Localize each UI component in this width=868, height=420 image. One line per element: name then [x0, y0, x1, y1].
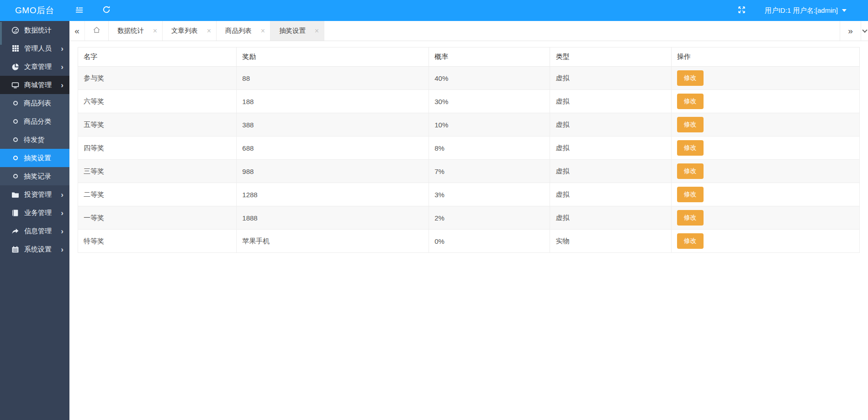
chevron-right-icon: › — [61, 63, 64, 71]
sidebar-item-label: 文章管理 — [24, 63, 52, 71]
sidebar-item-label: 系统设置 — [24, 245, 52, 254]
prize-table-wrap: 名字奖励概率类型操作 参与奖8840%虚拟修改六等奖18830%虚拟修改五等奖3… — [78, 47, 860, 253]
refresh-button[interactable] — [97, 0, 116, 21]
edit-button[interactable]: 修改 — [677, 140, 704, 156]
sidebar-item-goods-list[interactable]: 商品列表 — [0, 94, 69, 112]
grid-icon — [11, 45, 19, 52]
sidebar-item-article-mgmt[interactable]: 文章管理› — [0, 58, 69, 76]
edit-button[interactable]: 修改 — [677, 70, 704, 86]
table-cell: 四等奖 — [78, 136, 237, 160]
circle-icon — [13, 101, 18, 105]
sidebar-item-admin-users[interactable]: 管理人员› — [0, 39, 69, 58]
sidebar-item-label: 抽奖记录 — [24, 172, 51, 181]
edit-button[interactable]: 修改 — [677, 233, 704, 249]
chevron-right-icon: › — [61, 191, 64, 199]
tabbar-spacer — [324, 21, 840, 41]
sidebar-item-label: 抽奖设置 — [24, 154, 51, 163]
table-cell: 988 — [237, 160, 429, 183]
tab-lottery-settings[interactable]: 抽奖设置× — [270, 21, 324, 41]
folder-icon — [11, 191, 19, 199]
sidebar-item-label: 业务管理 — [24, 209, 52, 217]
close-icon[interactable]: × — [260, 26, 266, 36]
table-row: 参与奖8840%虚拟修改 — [78, 67, 860, 90]
home-tab-button[interactable] — [85, 21, 109, 41]
edit-button[interactable]: 修改 — [677, 117, 704, 132]
circle-icon — [13, 174, 18, 178]
table-row: 特等奖苹果手机0%实物修改 — [78, 230, 860, 253]
sidebar-item-label: 数据统计 — [24, 26, 52, 35]
close-icon[interactable]: × — [314, 26, 320, 36]
shrink-menu-icon — [75, 6, 84, 16]
home-icon — [93, 26, 101, 36]
table-cell: 参与奖 — [78, 67, 237, 90]
sidebar-item-lottery-settings[interactable]: 抽奖设置 — [0, 149, 69, 167]
table-cell: 虚拟 — [550, 90, 671, 113]
column-header: 概率 — [429, 47, 550, 67]
table-cell: 0% — [429, 230, 550, 253]
table-cell: 688 — [237, 136, 429, 160]
share-icon — [11, 227, 19, 235]
user-menu[interactable]: 用户ID:1 用户名:[admin] — [765, 6, 847, 15]
sidebar-item-system-settings[interactable]: 系统设置› — [0, 240, 69, 258]
table-cell: 10% — [429, 113, 550, 136]
chevron-right-icon: › — [61, 209, 64, 217]
table-cell: 虚拟 — [550, 160, 671, 183]
caret-down-icon — [842, 9, 847, 12]
table-cell: 388 — [237, 113, 429, 136]
sidebar-item-lottery-records[interactable]: 抽奖记录 — [0, 167, 69, 185]
tab-data-stats[interactable]: 数据统计× — [109, 21, 163, 41]
topbar: GMO后台 — [0, 0, 868, 21]
topbar-right: 用户ID:1 用户名:[admin] — [733, 0, 868, 21]
tab-goods-list[interactable]: 商品列表× — [217, 21, 270, 41]
collapse-sidebar-button[interactable] — [69, 0, 89, 21]
tab-article-list[interactable]: 文章列表× — [163, 21, 217, 41]
tab-options-button[interactable] — [861, 21, 868, 41]
table-cell: 苹果手机 — [237, 230, 429, 253]
pie-chart-icon — [11, 63, 19, 71]
user-label: 用户ID:1 用户名:[admin] — [765, 6, 838, 15]
table-row: 六等奖18830%虚拟修改 — [78, 90, 860, 113]
tab-label: 商品列表 — [225, 26, 252, 35]
table-cell: 实物 — [550, 230, 671, 253]
sidebar-item-investment-mgmt[interactable]: 投资管理› — [0, 185, 69, 204]
sidebar-item-data-stats[interactable]: 数据统计 — [0, 21, 69, 39]
edit-button[interactable]: 修改 — [677, 187, 704, 202]
table-cell-actions: 修改 — [671, 136, 859, 160]
sidebar-item-label: 投资管理 — [24, 190, 52, 199]
main-content: 名字奖励概率类型操作 参与奖8840%虚拟修改六等奖18830%虚拟修改五等奖3… — [69, 42, 868, 420]
chevron-right-icon: › — [61, 45, 64, 52]
table-cell: 虚拟 — [550, 183, 671, 206]
calendar-icon — [11, 246, 19, 253]
table-row: 三等奖9887%虚拟修改 — [78, 160, 860, 183]
column-header: 类型 — [550, 47, 671, 67]
sidebar-item-goods-category[interactable]: 商品分类 — [0, 112, 69, 131]
scroll-tabs-left-button[interactable]: « — [69, 21, 85, 41]
sidebar-item-pending-shipment[interactable]: 待发货 — [0, 131, 69, 149]
sidebar-item-label: 商品列表 — [24, 99, 51, 108]
tab-label: 文章列表 — [171, 26, 198, 35]
scroll-tabs-right-button[interactable]: » — [840, 21, 861, 41]
edit-button[interactable]: 修改 — [677, 94, 704, 109]
prize-table: 名字奖励概率类型操作 参与奖8840%虚拟修改六等奖18830%虚拟修改五等奖3… — [78, 47, 860, 253]
table-cell: 3% — [429, 183, 550, 206]
close-icon[interactable]: × — [206, 26, 212, 36]
close-icon[interactable]: × — [152, 26, 158, 36]
fullscreen-button[interactable] — [733, 0, 751, 21]
sidebar-item-business-mgmt[interactable]: 业务管理› — [0, 204, 69, 222]
table-row: 五等奖38810%虚拟修改 — [78, 113, 860, 136]
monitor-icon — [11, 81, 19, 89]
sidebar-item-label: 管理人员 — [24, 44, 52, 53]
sidebar-item-info-mgmt[interactable]: 信息管理› — [0, 222, 69, 240]
sidebar-item-mall-mgmt[interactable]: 商城管理› — [0, 76, 69, 94]
table-cell-actions: 修改 — [671, 183, 859, 206]
dashboard-icon — [11, 26, 19, 34]
table-cell-actions: 修改 — [671, 113, 859, 136]
edit-button[interactable]: 修改 — [677, 163, 704, 179]
sidebar-item-label: 商城管理 — [24, 81, 52, 89]
edit-button[interactable]: 修改 — [677, 210, 704, 226]
table-row: 一等奖18882%虚拟修改 — [78, 206, 860, 230]
table-cell: 88 — [237, 67, 429, 90]
table-cell: 六等奖 — [78, 90, 237, 113]
sidebar-item-label: 待发货 — [24, 136, 44, 144]
table-cell: 1288 — [237, 183, 429, 206]
